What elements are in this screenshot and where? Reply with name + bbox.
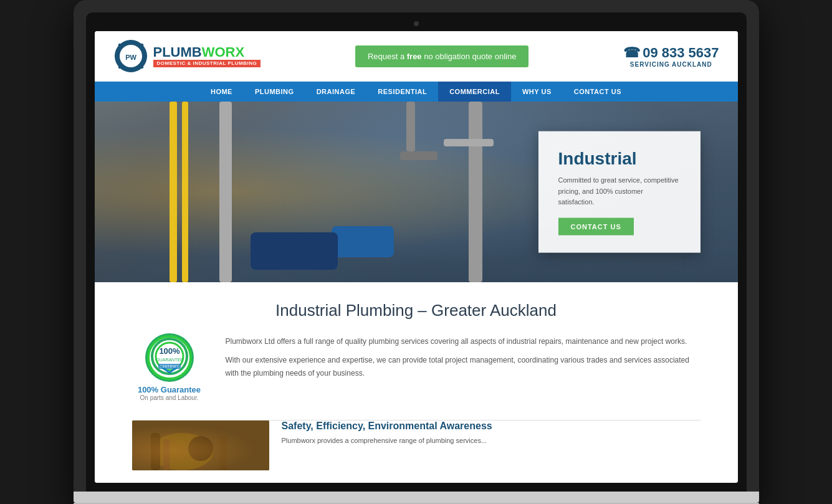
site-nav: HOME PLUMBING DRAINAGE RESIDENTIAL COMME… (95, 82, 738, 102)
hero-contact-button[interactable]: CONTACT US (558, 217, 634, 235)
nav-commercial[interactable]: COMMERCIAL (438, 82, 511, 102)
nav-contact-us[interactable]: CONTACT US (563, 82, 633, 102)
feature-row: 100% GUARANTEE CERTIFIED 100% Guarantee (132, 335, 701, 401)
badge-column: 100% GUARANTEE CERTIFIED 100% Guarantee (132, 335, 207, 401)
pipe-v-3 (469, 102, 482, 282)
screen-bezel: PW (86, 12, 747, 492)
svg-rect-18 (132, 421, 269, 470)
svg-text:100%: 100% (159, 346, 180, 356)
logo-area: PW (113, 39, 261, 74)
feature-text: Plumbworx Ltd offers a full range of qua… (226, 335, 701, 386)
bottom-heading: Safety, Efficiency, Environmental Awaren… (282, 421, 701, 432)
phone-area: ☎09 833 5637 SERVICING AUCKLAND (623, 45, 719, 68)
svg-rect-21 (163, 439, 170, 470)
site-header: PW (95, 31, 738, 82)
quote-button[interactable]: Request a free no obligation quote onlin… (355, 45, 529, 67)
badge-sublabel: On parts and Labour. (140, 394, 199, 401)
pipe-v-1 (219, 102, 232, 282)
svg-point-22 (188, 436, 213, 461)
hero-overlay-box: Industrial Committed to great service, c… (538, 131, 701, 253)
feature-para-1: Plumbworx Ltd offers a full range of qua… (226, 335, 701, 348)
svg-rect-23 (219, 436, 227, 470)
laptop-camera (414, 21, 419, 26)
pipe-yellow-1 (170, 102, 177, 282)
svg-text:GUARANTEE: GUARANTEE (156, 358, 183, 362)
logo-subtitle: DOMESTIC & INDUSTRIAL PLUMBING (153, 60, 261, 68)
bottom-section: Safety, Efficiency, Environmental Awaren… (95, 421, 738, 483)
logo-plumb: PLUMB (153, 44, 202, 60)
bottom-image (132, 421, 269, 470)
pipe-h-2 (444, 139, 494, 146)
laptop-screen: PW (95, 31, 738, 483)
pipe-yellow-2 (182, 102, 188, 282)
feature-para-2: With our extensive experience and expert… (226, 354, 701, 379)
nav-why-us[interactable]: WHY US (511, 82, 563, 102)
nav-drainage[interactable]: DRAINAGE (305, 82, 367, 102)
badge-circle: 100% GUARANTEE CERTIFIED (147, 335, 192, 380)
phone-number: ☎09 833 5637 (623, 45, 719, 61)
logo-text: PLUMBWORX DOMESTIC & INDUSTRIAL PLUMBING (153, 45, 261, 68)
pipe-blue-2 (251, 232, 338, 270)
content-section: Industrial Plumbing – Greater Auckland 1… (95, 282, 738, 420)
svg-text:PW: PW (125, 54, 136, 61)
nav-residential[interactable]: RESIDENTIAL (366, 82, 438, 102)
badge-percent: 100% GUARANTEE CERTIFIED (150, 336, 189, 379)
bottom-para: Plumbworx provides a comprehensive range… (282, 435, 701, 447)
badge-label: 100% Guarantee (138, 385, 201, 394)
servicing-label: SERVICING AUCKLAND (623, 61, 719, 68)
svg-rect-20 (151, 433, 160, 470)
bottom-text-column: Safety, Efficiency, Environmental Awaren… (282, 421, 701, 470)
section-title: Industrial Plumbing – Greater Auckland (132, 301, 701, 320)
svg-rect-6 (115, 55, 118, 57)
nav-plumbing[interactable]: PLUMBING (244, 82, 305, 102)
svg-rect-7 (144, 55, 147, 57)
hero-description: Committed to great service, competitive … (558, 175, 681, 208)
pipe-v-2 (406, 102, 415, 151)
svg-rect-4 (130, 40, 132, 43)
logo-icon: PW (113, 39, 148, 74)
pipe-blue-1 (332, 226, 394, 257)
hero-title: Industrial (558, 149, 681, 169)
svg-text:CERTIFIED: CERTIFIED (160, 364, 179, 368)
hero-section: Industrial Committed to great service, c… (95, 102, 738, 282)
svg-point-19 (151, 433, 213, 470)
logo-worx: WORX (202, 44, 244, 60)
svg-rect-5 (130, 69, 132, 72)
laptop-base (74, 492, 759, 503)
pipe-h-1 (400, 151, 438, 160)
nav-home[interactable]: HOME (199, 82, 244, 102)
phone-icon: ☎ (623, 45, 640, 60)
laptop-frame: PW (74, 0, 759, 504)
